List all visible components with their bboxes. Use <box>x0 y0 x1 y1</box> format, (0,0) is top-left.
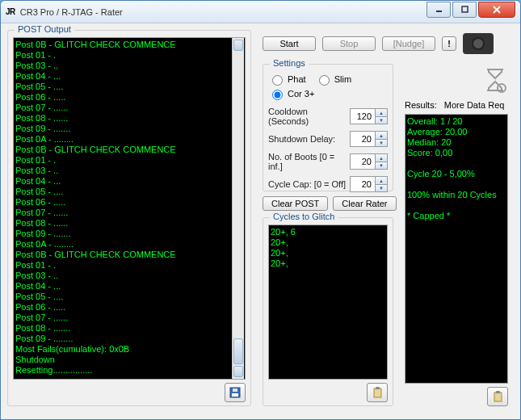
cycles-console[interactable]: 20+, 620+,20+,20+, <box>268 225 388 380</box>
app-window: JR CR3 Pro / R-JTAG - Rater POST Output … <box>0 0 521 420</box>
post-output-lines: Post 0B - GLITCH CHECK COMMENCEPost 01 -… <box>15 40 243 376</box>
spin-down-icon[interactable]: ▼ <box>376 116 387 124</box>
maximize-button[interactable] <box>452 2 477 18</box>
cooldown-spinner[interactable]: ▲▼ <box>350 108 388 124</box>
stop-button[interactable]: Stop <box>322 36 376 51</box>
window-title: CR3 Pro / R-JTAG - Rater <box>20 7 426 17</box>
floppy-disk-icon <box>229 387 241 398</box>
titlebar: JR CR3 Pro / R-JTAG - Rater <box>1 1 520 23</box>
spin-up-icon[interactable]: ▲ <box>376 109 387 116</box>
clear-post-button[interactable]: Clear POST <box>263 196 328 211</box>
boots-input[interactable] <box>351 154 375 169</box>
scroll-down-icon[interactable] <box>233 366 243 377</box>
scroll-thumb[interactable] <box>233 338 243 364</box>
copy-cycles-button[interactable] <box>367 383 388 402</box>
cycle-spinner[interactable]: ▲▼ <box>350 176 388 192</box>
scroll-up-icon[interactable] <box>233 40 243 51</box>
post-output-group: POST Output Post 0B - GLITCH CHECK COMME… <box>7 30 251 406</box>
results-lines: Overall: 1 / 20Average: 20,00Median: 20S… <box>407 116 506 221</box>
results-status: More Data Req <box>444 100 505 110</box>
post-output-console[interactable]: Post 0B - GLITCH CHECK COMMENCEPost 01 -… <box>13 37 246 380</box>
cycle-input[interactable] <box>351 177 375 191</box>
svg-rect-1 <box>462 6 468 12</box>
camera-button[interactable] <box>463 33 494 54</box>
cycle-label: Cycle Cap: [0 = Off] <box>268 179 346 189</box>
shutdown-input[interactable] <box>351 132 375 146</box>
cycles-lines: 20+, 620+,20+,20+, <box>271 227 385 269</box>
cooldown-label: Cooldown (Seconds) <box>268 107 350 126</box>
clipboard-icon <box>372 387 383 398</box>
radio-cor3[interactable]: Cor 3+ <box>268 87 314 100</box>
clear-rater-button[interactable]: Clear Rater <box>333 196 396 211</box>
alert-button[interactable]: ! <box>442 36 456 51</box>
radio-phat[interactable]: Phat <box>268 73 306 86</box>
cooldown-input[interactable] <box>351 109 375 124</box>
shutdown-spinner[interactable]: ▲▼ <box>350 131 388 147</box>
copy-results-button[interactable] <box>487 387 508 406</box>
settings-group: Settings Phat Slim Cor 3+ Cooldown (Seco… <box>263 64 393 191</box>
cycles-title: Cycles to Glitch <box>270 212 338 221</box>
results-label: Results: <box>405 100 437 110</box>
start-button[interactable]: Start <box>263 36 316 51</box>
app-logo: JR <box>6 7 15 16</box>
settings-title: Settings <box>270 58 309 68</box>
post-output-scrollbar[interactable] <box>232 38 244 379</box>
svg-rect-5 <box>232 393 238 397</box>
boots-label: No. of Boots [0 = inf.] <box>268 152 350 171</box>
svg-rect-9 <box>496 391 500 393</box>
radio-slim[interactable]: Slim <box>315 73 351 86</box>
nudge-button[interactable]: [Nudge] <box>382 36 435 51</box>
svg-rect-8 <box>494 393 502 401</box>
close-button[interactable] <box>478 2 515 18</box>
shutdown-label: Shutdown Delay: <box>268 134 335 144</box>
save-post-button[interactable] <box>225 383 246 402</box>
minimize-button[interactable] <box>426 2 451 18</box>
svg-rect-6 <box>233 388 237 392</box>
svg-rect-10 <box>374 388 381 397</box>
cycles-group: Cycles to Glitch 20+, 620+,20+,20+, <box>263 217 393 406</box>
results-console[interactable]: Overall: 1 / 20Average: 20,00Median: 20S… <box>405 114 508 384</box>
svg-rect-11 <box>376 387 380 389</box>
hourglass-icon <box>484 67 506 94</box>
post-output-title: POST Output <box>15 24 74 34</box>
boots-spinner[interactable]: ▲▼ <box>350 153 388 170</box>
clipboard-icon <box>493 391 503 402</box>
